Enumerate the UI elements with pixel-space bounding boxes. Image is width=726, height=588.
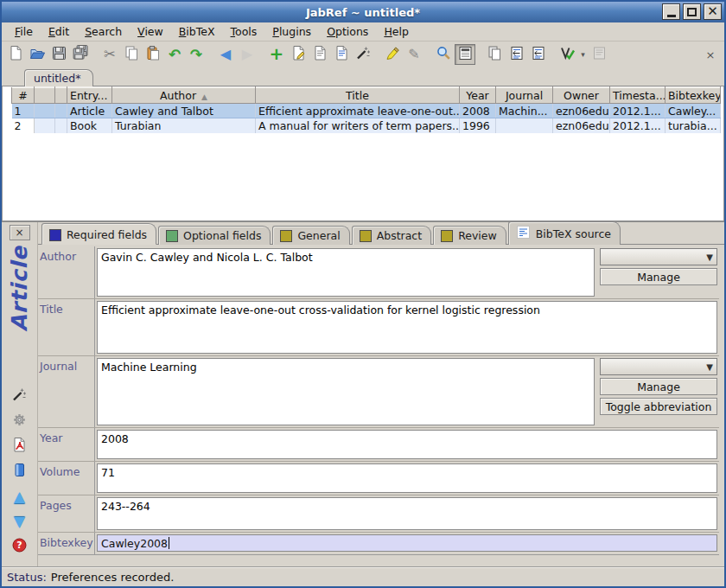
cut-button[interactable]: ✂ bbox=[99, 44, 120, 65]
open-database-button[interactable] bbox=[27, 44, 48, 65]
tab-review[interactable]: Review bbox=[433, 226, 506, 245]
forward-button[interactable]: ▶ bbox=[237, 44, 258, 65]
toggle-preview-button[interactable] bbox=[455, 44, 475, 65]
tab-optional-fields[interactable]: Optional fields bbox=[158, 226, 271, 245]
toolbar-separator bbox=[476, 44, 483, 65]
help-button[interactable]: ? bbox=[10, 538, 29, 555]
file-icon bbox=[11, 462, 28, 481]
col-number[interactable]: # bbox=[12, 87, 35, 104]
window-title: JabRef ~ untitled* bbox=[306, 6, 420, 19]
paste-button[interactable] bbox=[143, 44, 163, 65]
bibtexkey-field[interactable]: Cawley2008 bbox=[97, 534, 717, 552]
entry-type-label: Article bbox=[7, 246, 32, 332]
author-word-dropdown[interactable]: ▼ bbox=[600, 248, 717, 265]
menu-options[interactable]: Options bbox=[319, 23, 376, 40]
openoffice-menu-caret[interactable]: ▾ bbox=[578, 44, 588, 65]
search-button[interactable] bbox=[433, 44, 454, 65]
push-to-application-2-button[interactable] bbox=[527, 44, 548, 65]
entry-table-area: # Entry... Author▲ Title Year Journal Ow… bbox=[2, 86, 724, 220]
menu-search[interactable]: Search bbox=[77, 23, 130, 40]
next-entry-button[interactable]: ▼ bbox=[10, 513, 29, 530]
tab-bibtex-source[interactable]: BibTeX source bbox=[508, 221, 621, 245]
journal-manage-button[interactable]: Manage bbox=[600, 378, 717, 395]
settings-button[interactable] bbox=[10, 412, 29, 430]
minimize-button[interactable] bbox=[662, 3, 680, 20]
forward-icon: ▶ bbox=[242, 48, 252, 61]
menu-view[interactable]: View bbox=[130, 23, 171, 40]
highlighter-icon bbox=[385, 45, 401, 64]
edit-entry-button[interactable] bbox=[288, 44, 309, 65]
col-author[interactable]: Author▲ bbox=[112, 87, 256, 104]
toolbar-separator bbox=[92, 44, 99, 65]
col-owner[interactable]: Owner bbox=[553, 87, 610, 104]
status-label: Status: bbox=[7, 571, 47, 584]
toggle-abbreviation-button[interactable]: Toggle abbreviation bbox=[600, 398, 717, 415]
year-field[interactable]: 2008 bbox=[97, 430, 717, 459]
journal-row: Journal Machine Learning ▼ Manage Toggle… bbox=[38, 356, 719, 428]
menu-help[interactable]: Help bbox=[376, 23, 417, 40]
author-field[interactable]: Gavin C. Cawley and Nicola L. C. Talbot bbox=[97, 248, 595, 297]
menu-tools[interactable]: Tools bbox=[223, 23, 265, 40]
title-field[interactable]: Efficient approximate leave-one-out cros… bbox=[97, 301, 717, 354]
menu-bibtex[interactable]: BibTeX bbox=[171, 23, 223, 40]
col-entrytype[interactable]: Entry... bbox=[67, 87, 112, 104]
col-bibtexkey[interactable]: Bibtexkey bbox=[666, 87, 721, 104]
save-all-button[interactable] bbox=[70, 44, 91, 65]
author-manage-button[interactable]: Manage bbox=[600, 268, 717, 285]
generate-key-button[interactable] bbox=[10, 387, 29, 405]
new-entry-wizard-button[interactable] bbox=[353, 44, 373, 65]
menu-file[interactable]: File bbox=[7, 23, 41, 40]
tab-general[interactable]: General bbox=[272, 226, 349, 245]
table-row[interactable]: 2 Book Turabian A manual for writers of … bbox=[12, 118, 721, 133]
col-timestamp[interactable]: Timesta... bbox=[610, 87, 666, 104]
close-editor-button[interactable]: × bbox=[10, 225, 30, 240]
menu-edit[interactable]: Edit bbox=[41, 23, 77, 40]
back-button[interactable]: ◀ bbox=[215, 44, 236, 65]
year-row: Year 2008 bbox=[38, 428, 719, 462]
menu-plugins[interactable]: Plugins bbox=[264, 23, 319, 40]
push-to-application-icon bbox=[530, 45, 546, 64]
copy-key-button[interactable] bbox=[484, 44, 505, 65]
journal-field[interactable]: Machine Learning bbox=[97, 358, 595, 425]
unmark-entries-button[interactable]: ✎ bbox=[404, 44, 424, 65]
tab-abstract[interactable]: Abstract bbox=[352, 226, 431, 245]
journal-word-dropdown[interactable]: ▼ bbox=[600, 358, 717, 375]
title-bar: JabRef ~ untitled* ✕ bbox=[2, 2, 724, 22]
close-button[interactable]: ✕ bbox=[704, 3, 722, 20]
col-title[interactable]: Title bbox=[256, 87, 460, 104]
edit-preamble-button[interactable] bbox=[309, 44, 330, 65]
col-icon-1[interactable] bbox=[35, 87, 55, 104]
database-tab-untitled[interactable]: untitled* bbox=[24, 69, 93, 86]
undo-button[interactable]: ↶ bbox=[164, 44, 185, 65]
wand-icon bbox=[11, 387, 28, 406]
new-entry-button[interactable]: + bbox=[266, 44, 287, 65]
col-journal[interactable]: Journal bbox=[496, 87, 553, 104]
main-toolbar: ✂ ↶ ↷ ◀ ▶ + ✎ ▾ × bbox=[2, 42, 724, 67]
toolbar-separator bbox=[549, 44, 556, 65]
close-database-button[interactable]: × bbox=[700, 44, 721, 65]
volume-field[interactable]: 71 bbox=[97, 463, 717, 493]
volume-label: Volume bbox=[38, 462, 95, 495]
save-database-button[interactable] bbox=[48, 44, 69, 65]
chevron-down-icon: ▼ bbox=[706, 252, 713, 262]
open-file-button[interactable] bbox=[10, 463, 29, 480]
openoffice-connection-button[interactable] bbox=[557, 44, 577, 65]
pages-field[interactable]: 243--264 bbox=[97, 497, 717, 530]
toolbar-separator bbox=[374, 44, 381, 65]
table-row[interactable]: 1 Article Cawley and Talbot Efficient ap… bbox=[12, 104, 721, 118]
tab-required-fields[interactable]: Required fields bbox=[41, 223, 156, 245]
print-preview-button[interactable] bbox=[589, 44, 609, 65]
general-tab-icon bbox=[280, 230, 292, 242]
write-xmp-button[interactable] bbox=[10, 438, 29, 455]
col-year[interactable]: Year bbox=[460, 87, 496, 104]
edit-strings-button[interactable] bbox=[331, 44, 352, 65]
maximize-button[interactable] bbox=[683, 3, 701, 20]
redo-button[interactable]: ↷ bbox=[186, 44, 207, 65]
new-database-button[interactable] bbox=[5, 44, 26, 65]
chevron-down-icon: ▼ bbox=[706, 362, 713, 372]
push-to-application-button[interactable] bbox=[506, 44, 526, 65]
col-icon-2[interactable] bbox=[55, 87, 67, 104]
mark-entries-button[interactable] bbox=[382, 44, 403, 65]
copy-button[interactable] bbox=[121, 44, 142, 65]
previous-entry-button[interactable]: ▲ bbox=[10, 488, 29, 505]
